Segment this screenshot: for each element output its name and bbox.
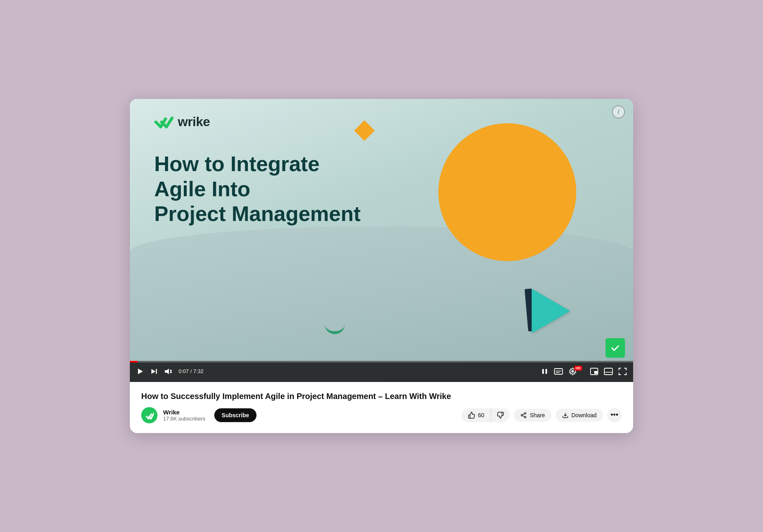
theater-icon	[604, 368, 613, 375]
subtitles-button[interactable]	[553, 367, 564, 375]
miniplayer-button[interactable]	[589, 367, 599, 376]
video-heading: How to Integrate Agile Into Project Mana…	[154, 152, 361, 226]
thumbs-down-icon	[497, 412, 504, 419]
video-time-display: 0:07 / 7:32	[179, 368, 203, 374]
next-icon	[150, 368, 157, 375]
svg-line-19	[523, 416, 525, 417]
teal-triangle-shape	[532, 289, 570, 333]
channel-avatar[interactable]	[141, 407, 157, 423]
channel-info: Wrike 17.6K subscribers	[163, 409, 205, 422]
video-info-section: How to Successfully Implement Agile in P…	[130, 382, 633, 433]
wrike-brand-name: wrike	[178, 114, 210, 129]
channel-name[interactable]: Wrike	[163, 409, 205, 416]
share-icon	[520, 412, 527, 418]
next-button[interactable]	[149, 367, 158, 376]
svg-rect-13	[594, 371, 597, 374]
video-player[interactable]: wrike How to Integrate Agile Into Projec…	[130, 99, 633, 382]
checkmark-badge	[606, 338, 625, 358]
share-label: Share	[530, 412, 545, 418]
mute-button[interactable]	[163, 367, 173, 376]
heading-line-1: How to Integrate	[154, 152, 319, 176]
video-controls-bar: 0:07 / 7:32	[130, 361, 633, 382]
action-buttons: 60	[461, 408, 622, 423]
channel-subscribers: 17.6K subscribers	[163, 416, 205, 422]
svg-point-17	[521, 414, 523, 416]
download-label: Download	[571, 412, 597, 418]
fullscreen-icon	[619, 368, 627, 375]
like-count: 60	[478, 412, 485, 418]
checkmark-icon	[610, 343, 621, 353]
svg-rect-6	[542, 369, 544, 374]
like-button[interactable]: 60	[461, 408, 491, 422]
svg-rect-7	[545, 369, 547, 374]
fullscreen-button[interactable]	[618, 367, 627, 376]
subtitles-icon	[554, 368, 563, 375]
svg-marker-0	[138, 369, 143, 374]
svg-point-11	[571, 370, 574, 373]
svg-rect-8	[554, 369, 563, 374]
wrike-logo: wrike	[154, 114, 210, 129]
svg-point-16	[524, 412, 526, 414]
subscribe-button[interactable]: Subscribe	[214, 408, 256, 422]
svg-marker-1	[151, 369, 155, 374]
theater-button[interactable]	[603, 367, 614, 376]
wrike-logo-icon	[154, 115, 174, 129]
pause-icon	[541, 368, 548, 375]
svg-line-20	[523, 414, 525, 415]
dislike-button[interactable]	[491, 408, 510, 422]
channel-avatar-icon	[145, 411, 154, 420]
hd-badge: HD	[574, 366, 582, 371]
svg-rect-14	[604, 368, 612, 375]
video-title: How to Successfully Implement Agile in P…	[141, 391, 622, 401]
info-icon[interactable]: i	[612, 105, 625, 118]
progress-bar-fill	[130, 361, 138, 363]
svg-marker-3	[165, 369, 169, 374]
mute-icon	[164, 368, 172, 375]
like-dislike-group: 60	[461, 408, 510, 422]
miniplayer-icon	[590, 368, 598, 375]
heading-line-3: Project Management	[154, 202, 361, 225]
play-icon	[136, 368, 144, 375]
more-options-icon: •••	[611, 411, 619, 419]
download-icon	[562, 412, 569, 418]
heading-line-2: Agile Into	[154, 177, 250, 201]
pause-indicator-button[interactable]	[540, 367, 549, 376]
yellow-circle-shape	[438, 123, 576, 261]
play-button[interactable]	[136, 367, 144, 376]
settings-wrap: HD	[568, 367, 585, 376]
thumbs-up-icon	[468, 412, 475, 419]
channel-row: Wrike 17.6K subscribers Subscribe 60	[141, 407, 622, 423]
video-card: wrike How to Integrate Agile Into Projec…	[130, 99, 633, 433]
svg-point-18	[524, 416, 526, 418]
download-button[interactable]: Download	[556, 409, 603, 422]
progress-bar-container[interactable]	[130, 361, 633, 363]
more-options-button[interactable]: •••	[607, 408, 622, 423]
svg-rect-2	[156, 369, 157, 374]
share-button[interactable]: Share	[514, 409, 551, 422]
